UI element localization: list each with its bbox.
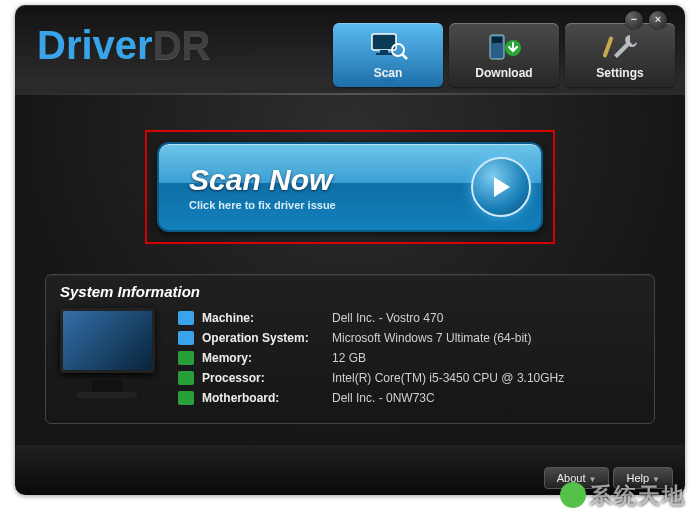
sysinfo-row-memory: Memory: 12 GB	[178, 348, 564, 368]
settings-tools-icon	[600, 30, 640, 64]
sysinfo-val: Dell Inc. - 0NW73C	[332, 391, 435, 405]
svg-rect-2	[376, 53, 392, 55]
svg-marker-9	[494, 177, 510, 197]
app-logo: DriverDR	[37, 23, 210, 68]
main-tabs: Scan Download	[333, 23, 675, 87]
sysinfo-key: Operation System:	[202, 331, 332, 345]
window-controls: − ×	[625, 11, 667, 29]
logo-text-a: Driver	[37, 23, 153, 67]
sysinfo-row-motherboard: Motherboard: Dell Inc. - 0NW73C	[178, 388, 564, 408]
sysinfo-key: Processor:	[202, 371, 332, 385]
svg-rect-1	[380, 50, 388, 53]
scan-highlight-box: Scan Now Click here to fix driver issue	[145, 130, 555, 244]
tab-settings[interactable]: Settings	[565, 23, 675, 87]
monitor-search-icon	[368, 30, 408, 64]
system-info-panel: System Information Machine: Dell Inc. - …	[45, 274, 655, 424]
sysinfo-val: 12 GB	[332, 351, 366, 365]
tab-download[interactable]: Download	[449, 23, 559, 87]
minimize-button[interactable]: −	[625, 11, 643, 29]
tab-scan[interactable]: Scan	[333, 23, 443, 87]
close-button[interactable]: ×	[649, 11, 667, 29]
sysinfo-val: Dell Inc. - Vostro 470	[332, 311, 443, 325]
watermark: 系统天地	[560, 481, 686, 511]
machine-icon	[178, 311, 194, 325]
scan-now-button[interactable]: Scan Now Click here to fix driver issue	[157, 142, 543, 232]
memory-icon	[178, 351, 194, 365]
processor-icon	[178, 371, 194, 385]
svg-rect-8	[602, 36, 613, 58]
sysinfo-val: Intel(R) Core(TM) i5-3450 CPU @ 3.10GHz	[332, 371, 564, 385]
app-window: − × DriverDR Scan	[15, 5, 685, 495]
system-info-table: Machine: Dell Inc. - Vostro 470 Operatio…	[178, 308, 564, 408]
computer-monitor-icon	[60, 308, 160, 398]
motherboard-icon	[178, 391, 194, 405]
watermark-logo-icon	[560, 482, 586, 508]
sysinfo-key: Motherboard:	[202, 391, 332, 405]
play-arrow-icon	[471, 157, 531, 217]
svg-rect-6	[492, 37, 502, 43]
scan-subtitle: Click here to fix driver issue	[189, 199, 336, 211]
download-icon	[486, 30, 522, 64]
sysinfo-row-machine: Machine: Dell Inc. - Vostro 470	[178, 308, 564, 328]
header: DriverDR Scan	[15, 5, 685, 93]
sysinfo-row-os: Operation System: Microsoft Windows 7 Ul…	[178, 328, 564, 348]
tab-scan-label: Scan	[374, 66, 403, 80]
system-info-title: System Information	[60, 283, 640, 300]
scan-button-text: Scan Now Click here to fix driver issue	[189, 163, 336, 211]
sysinfo-key: Machine:	[202, 311, 332, 325]
main-panel: Scan Now Click here to fix driver issue …	[15, 95, 685, 445]
svg-line-4	[402, 54, 407, 59]
os-icon	[178, 331, 194, 345]
watermark-text: 系统天地	[590, 483, 686, 508]
sysinfo-row-processor: Processor: Intel(R) Core(TM) i5-3450 CPU…	[178, 368, 564, 388]
sysinfo-val: Microsoft Windows 7 Ultimate (64-bit)	[332, 331, 531, 345]
logo-text-b: DR	[153, 23, 211, 67]
tab-download-label: Download	[475, 66, 532, 80]
sysinfo-key: Memory:	[202, 351, 332, 365]
tab-settings-label: Settings	[596, 66, 643, 80]
scan-title: Scan Now	[189, 163, 336, 197]
